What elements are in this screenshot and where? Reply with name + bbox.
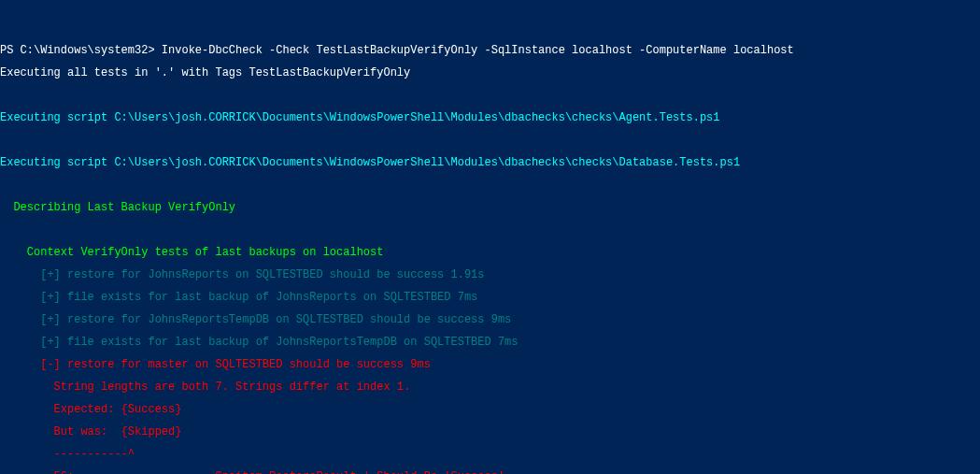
blank bbox=[0, 135, 980, 146]
prompt-line: PS C:\Windows\system32> Invoke-DbcCheck … bbox=[0, 45, 980, 56]
blank bbox=[0, 180, 980, 191]
executing-line: Executing all tests in '.' with Tags Tes… bbox=[0, 67, 980, 79]
context-line: Context VerifyOnly tests of last backups… bbox=[0, 247, 980, 258]
fail-line-1: [-] restore for master on SQLTESTBED sho… bbox=[0, 359, 980, 370]
fail-detail: Expected: {Success} bbox=[0, 404, 980, 415]
fail-detail: But was: {Skipped} bbox=[0, 426, 980, 438]
pass-line-1: [+] restore for JohnsReports on SQLTESTB… bbox=[0, 269, 980, 280]
fail-detail: -----------^ bbox=[0, 449, 980, 460]
blank bbox=[0, 224, 980, 236]
pass-line-3: [+] restore for JohnsReportsTempDB on SQ… bbox=[0, 314, 980, 325]
pass-line-2: [+] file exists for last backup of Johns… bbox=[0, 292, 980, 303]
fail-detail: String lengths are both 7. Strings diffe… bbox=[0, 381, 980, 393]
script-line-2: Executing script C:\Users\josh.CORRICK\D… bbox=[0, 157, 980, 168]
script-line-1: Executing script C:\Users\josh.CORRICK\D… bbox=[0, 112, 980, 123]
describe-line: Describing Last Backup VerifyOnly bbox=[0, 202, 980, 213]
pass-line-4: [+] file exists for last backup of Johns… bbox=[0, 337, 980, 348]
blank bbox=[0, 90, 980, 101]
